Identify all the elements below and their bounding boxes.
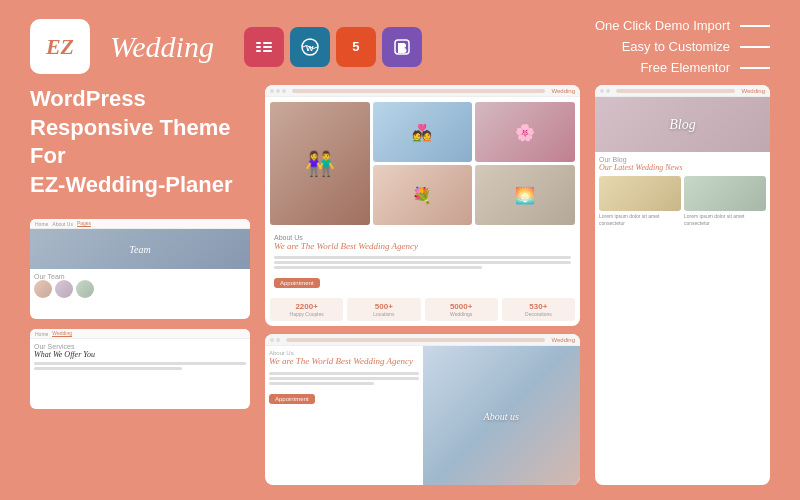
about-dot-1 <box>270 338 274 342</box>
blog-post-2: Lorem ipsum dolor sit amet consectetur <box>684 176 766 227</box>
blog-content-area: Our Blog Our Latest Wedding News Lorem i… <box>595 152 770 231</box>
services-title: Our Services <box>34 343 246 350</box>
tagline-line1: WordPress <box>30 86 146 111</box>
about-appointment-button[interactable]: Appointment <box>269 394 315 404</box>
about-line-3 <box>274 266 482 269</box>
svg-rect-5 <box>263 50 272 52</box>
about-right-image: About us <box>423 346 581 485</box>
about-line-1 <box>274 256 571 259</box>
couple-figure-3: 🌸 <box>475 102 575 162</box>
blog-heading: Our Latest Wedding News <box>599 163 766 172</box>
services-screen-nav: Home Wedding <box>30 329 250 339</box>
feature-demo-import: One Click Demo Import <box>595 18 770 33</box>
blog-brand-label: Wedding <box>741 88 765 94</box>
feature-line-3 <box>740 67 770 69</box>
service-line-2 <box>34 367 182 370</box>
feature-elementor: Free Elementor <box>640 60 770 75</box>
avatar-3 <box>76 280 94 298</box>
main-container: EZ Wedding W <box>0 0 800 500</box>
photo-2: 💑 <box>373 102 473 162</box>
html5-icon[interactable]: 5 <box>336 27 376 67</box>
about-section: About Us We are The World Best Wedding A… <box>270 230 575 293</box>
photo-grid: 👫 💑 🌸 💐 🌅 <box>270 102 575 225</box>
avatar-2 <box>55 280 73 298</box>
stat-decorations-number: 530+ <box>505 302 572 311</box>
logo-text: EZ <box>46 34 74 60</box>
photo-couple-main: 👫 <box>270 102 370 225</box>
couple-figure-2: 💑 <box>373 102 473 162</box>
content-area: WordPress Responsive Theme For EZ-Weddin… <box>0 85 800 500</box>
about-brand-label: Wedding <box>551 337 575 343</box>
team-preview-card: Home About Us Pages Team Our Team <box>30 219 250 319</box>
wordpress-icon[interactable]: W <box>290 27 330 67</box>
blog-post-text-2: Lorem ipsum dolor sit amet consectetur <box>684 213 766 227</box>
feature-line-2 <box>740 46 770 48</box>
nav-pages: Pages <box>77 220 91 227</box>
elementor-icon[interactable] <box>244 27 284 67</box>
stat-weddings-number: 5000+ <box>428 302 495 311</box>
blog-screen-preview: Wedding Blog Our Blog Our Latest Wedding… <box>595 85 770 485</box>
blog-title-overlay: Blog <box>669 117 695 133</box>
feature-customize: Easy to Customize <box>622 39 770 54</box>
logo-box: EZ <box>30 19 90 74</box>
blog-post-img-2 <box>684 176 766 211</box>
about-text-block <box>274 256 571 269</box>
blog-dot-1 <box>600 89 604 93</box>
feature-customize-label: Easy to Customize <box>622 39 730 54</box>
about-small-heading: We are The World Best Wedding Agency <box>269 356 419 368</box>
about-us-label: About Us <box>274 234 571 241</box>
svg-rect-3 <box>263 42 272 44</box>
browser-chrome-blog: Wedding <box>595 85 770 97</box>
avatar-1 <box>34 280 52 298</box>
stat-couples: 2200+ Happy Couples <box>270 298 343 321</box>
main-tagline: WordPress Responsive Theme For EZ-Weddin… <box>30 85 250 199</box>
photo-5: 🌅 <box>475 165 575 225</box>
blog-address-bar <box>616 89 735 93</box>
about-us-overlay-label: About us <box>484 410 519 421</box>
nav-about: About Us <box>52 221 73 227</box>
tagline-line2: Responsive Theme For <box>30 115 231 169</box>
our-team-title: Our Team <box>34 273 246 280</box>
blog-header-image: Blog <box>595 97 770 152</box>
blog-post-1: Lorem ipsum dolor sit amet consectetur <box>599 176 681 227</box>
about-dot-2 <box>276 338 280 342</box>
photo-3: 🌸 <box>475 102 575 162</box>
about-screen-body: About Us We are The World Best Wedding A… <box>265 346 580 485</box>
blog-posts-grid: Lorem ipsum dolor sit amet consectetur L… <box>599 176 766 227</box>
couple-figure-4: 💐 <box>373 165 473 225</box>
about-left-content: About Us We are The World Best Wedding A… <box>265 346 423 485</box>
main-screen-preview: Wedding 👫 💑 🌸 <box>265 85 580 326</box>
appointment-button[interactable]: Appointment <box>274 278 320 288</box>
nav-home: Home <box>35 221 48 227</box>
svg-rect-2 <box>256 50 261 52</box>
bootstrap-icon[interactable] <box>382 27 422 67</box>
stat-couples-label: Happy Couples <box>273 311 340 317</box>
service-line-1 <box>34 362 246 365</box>
services-preview-card: Home Wedding Our Services What We Offer … <box>30 329 250 409</box>
about-screen-preview: Wedding About Us We are The World Best W… <box>265 334 580 485</box>
feature-demo-label: One Click Demo Import <box>595 18 730 33</box>
browser-chrome-main: Wedding <box>265 85 580 97</box>
wedding-brand-label: Wedding <box>551 88 575 94</box>
blog-post-img-1 <box>599 176 681 211</box>
team-screen-nav: Home About Us Pages <box>30 219 250 229</box>
team-avatars <box>34 280 246 298</box>
photo-4: 💐 <box>373 165 473 225</box>
couple-figure-1: 👫 <box>270 102 370 225</box>
stats-row: 2200+ Happy Couples 500+ Locations 5000+… <box>270 298 575 321</box>
stat-weddings-label: Weddings <box>428 311 495 317</box>
feature-line-1 <box>740 25 770 27</box>
right-panel: Wedding Blog Our Blog Our Latest Wedding… <box>595 85 770 485</box>
left-line-2 <box>269 377 419 380</box>
left-line-3 <box>269 382 374 385</box>
tech-icons-group: W 5 <box>244 27 422 67</box>
blog-post-text-1: Lorem ipsum dolor sit amet consectetur <box>599 213 681 227</box>
services-text-lines <box>34 362 246 370</box>
svg-rect-1 <box>256 46 261 48</box>
team-label: Team <box>129 244 150 255</box>
about-line-2 <box>274 261 571 264</box>
stat-weddings: 5000+ Weddings <box>425 298 498 321</box>
features-list: One Click Demo Import Easy to Customize … <box>595 18 770 75</box>
header: EZ Wedding W <box>0 0 800 85</box>
browser-chrome-about: Wedding <box>265 334 580 346</box>
